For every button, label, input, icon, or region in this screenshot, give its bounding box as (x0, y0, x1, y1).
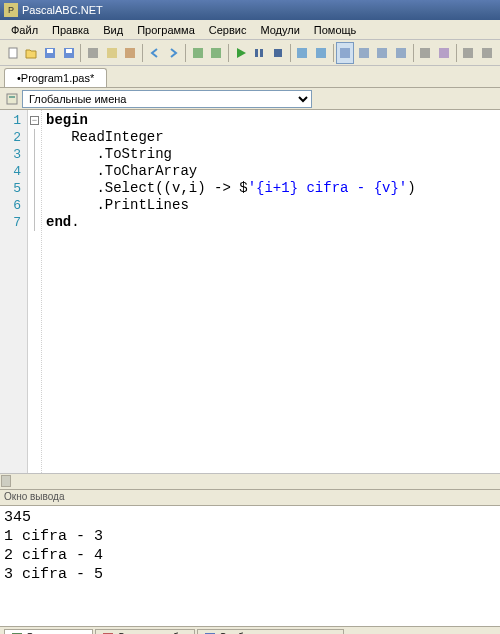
svg-rect-9 (211, 48, 221, 58)
back-button[interactable] (189, 42, 207, 64)
panel4-icon (394, 46, 408, 60)
scope-row: Глобальные имена (0, 88, 500, 110)
app-icon: P (4, 3, 18, 17)
step-over-icon (314, 46, 328, 60)
menu-item[interactable]: Файл (4, 22, 45, 38)
svg-rect-18 (377, 48, 387, 58)
line-number: 1 (0, 112, 27, 129)
window-titlebar: P PascalABC.NET (0, 0, 500, 20)
output-panel[interactable]: 345 1 cifra - 3 2 cifra - 4 3 cifra - 5 (0, 506, 500, 626)
bottom-tab[interactable]: Список ошибок (95, 629, 195, 635)
svg-rect-19 (396, 48, 406, 58)
undo-button[interactable] (146, 42, 164, 64)
run-icon (234, 46, 248, 60)
find-icon (418, 46, 432, 60)
output-header: Окно вывода (0, 490, 500, 506)
pause-button[interactable] (250, 42, 268, 64)
back-icon (191, 46, 205, 60)
panel3-button[interactable] (374, 42, 392, 64)
toolbar-separator (290, 44, 291, 62)
scroll-left-button[interactable] (1, 475, 11, 487)
code-line[interactable]: end. (42, 214, 500, 231)
svg-rect-24 (7, 94, 17, 104)
code-line[interactable]: .Select((v,i) -> $'{i+1} cifra - {v}') (42, 180, 500, 197)
line-number: 3 (0, 146, 27, 163)
code-line[interactable]: .ToCharArray (42, 163, 500, 180)
paste-icon (123, 46, 137, 60)
toolbar (0, 40, 500, 66)
svg-rect-7 (125, 48, 135, 58)
menu-item[interactable]: Модули (253, 22, 306, 38)
new-button[interactable] (4, 42, 22, 64)
x1-icon (461, 46, 475, 60)
open-button[interactable] (23, 42, 41, 64)
fold-marker (28, 163, 41, 180)
window-title: PascalABC.NET (22, 4, 103, 16)
toolbar-separator (228, 44, 229, 62)
menubar: ФайлПравкаВидПрограммаСервисМодулиПомощь (0, 20, 500, 40)
paste-button[interactable] (121, 42, 139, 64)
panel2-button[interactable] (355, 42, 373, 64)
svg-rect-11 (255, 49, 258, 57)
stop-icon (271, 46, 285, 60)
menu-item[interactable]: Помощь (307, 22, 364, 38)
fold-column: − (28, 110, 42, 489)
redo-button[interactable] (164, 42, 182, 64)
svg-rect-12 (260, 49, 263, 57)
code-line[interactable]: ReadInteger (42, 129, 500, 146)
editor-tab[interactable]: •Program1.pas* (4, 68, 107, 87)
find-button[interactable] (417, 42, 435, 64)
menu-item[interactable]: Правка (45, 22, 96, 38)
line-number: 7 (0, 214, 27, 231)
svg-rect-16 (340, 48, 350, 58)
svg-rect-15 (316, 48, 326, 58)
toolbar-separator (333, 44, 334, 62)
toolbar-separator (80, 44, 81, 62)
menu-item[interactable]: Сервис (202, 22, 254, 38)
new-icon (6, 46, 20, 60)
step-over-button[interactable] (312, 42, 330, 64)
run-button[interactable] (232, 42, 250, 64)
copy-button[interactable] (103, 42, 121, 64)
step-into-button[interactable] (293, 42, 311, 64)
fwd-button[interactable] (207, 42, 225, 64)
svg-rect-13 (274, 49, 282, 57)
fold-minus-icon[interactable]: − (30, 116, 39, 125)
fold-marker[interactable]: − (28, 112, 41, 129)
bottom-tab[interactable]: Сообщения компилятора (197, 629, 343, 635)
svg-rect-25 (9, 96, 15, 98)
module-icon (437, 46, 451, 60)
bottom-tabbar: Окно выводаСписок ошибокСообщения компил… (0, 626, 500, 634)
panel4-button[interactable] (392, 42, 410, 64)
cut-button[interactable] (84, 42, 102, 64)
panel1-button[interactable] (336, 42, 354, 64)
menu-item[interactable]: Вид (96, 22, 130, 38)
save-button[interactable] (41, 42, 59, 64)
panel3-icon (375, 46, 389, 60)
bottom-tab[interactable]: Окно вывода (4, 629, 93, 635)
menu-item[interactable]: Программа (130, 22, 202, 38)
module-button[interactable] (435, 42, 453, 64)
undo-icon (148, 46, 162, 60)
x1-button[interactable] (460, 42, 478, 64)
svg-rect-20 (420, 48, 430, 58)
code-editor[interactable]: 1234567 − begin ReadInteger .ToString .T… (0, 110, 500, 490)
fold-marker (28, 197, 41, 214)
editor-tabbar: •Program1.pas* (0, 66, 500, 88)
svg-rect-8 (193, 48, 203, 58)
horizontal-scrollbar[interactable] (0, 473, 500, 489)
toolbar-separator (185, 44, 186, 62)
fold-marker (28, 129, 41, 146)
stop-button[interactable] (269, 42, 287, 64)
code-content[interactable]: begin ReadInteger .ToString .ToCharArray… (42, 110, 500, 489)
x2-button[interactable] (478, 42, 496, 64)
save-all-button[interactable] (60, 42, 78, 64)
svg-marker-10 (237, 48, 246, 58)
scope-selector[interactable]: Глобальные имена (22, 90, 312, 108)
code-line[interactable]: .ToString (42, 146, 500, 163)
code-line[interactable]: begin (42, 112, 500, 129)
toolbar-separator (142, 44, 143, 62)
code-line[interactable]: .PrintLines (42, 197, 500, 214)
fwd-icon (209, 46, 223, 60)
fold-marker (28, 214, 41, 231)
